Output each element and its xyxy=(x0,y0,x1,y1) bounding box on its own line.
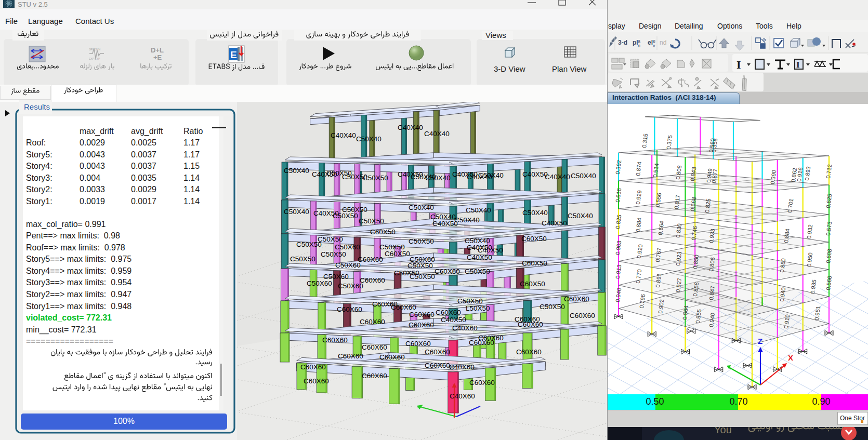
svg-text:I: I xyxy=(796,60,800,70)
svg-text:0.935: 0.935 xyxy=(809,279,817,294)
svg-text:3-d: 3-d xyxy=(618,39,627,46)
svg-text:v: v xyxy=(653,43,655,48)
svg-text:0.566: 0.566 xyxy=(825,275,833,290)
svg-text:n: n xyxy=(638,43,640,48)
svg-text:el: el xyxy=(648,39,653,46)
svg-text:nd: nd xyxy=(660,39,666,46)
svg-text:I: I xyxy=(737,58,741,71)
svg-text:0.951: 0.951 xyxy=(813,305,821,321)
svg-text:3-D View: 3-D View xyxy=(494,64,525,73)
svg-text:Z: Z xyxy=(758,337,762,345)
svg-text:X: X xyxy=(788,353,793,362)
svg-text:You: You xyxy=(714,427,732,435)
svg-text:Plan View: Plan View xyxy=(552,64,587,73)
